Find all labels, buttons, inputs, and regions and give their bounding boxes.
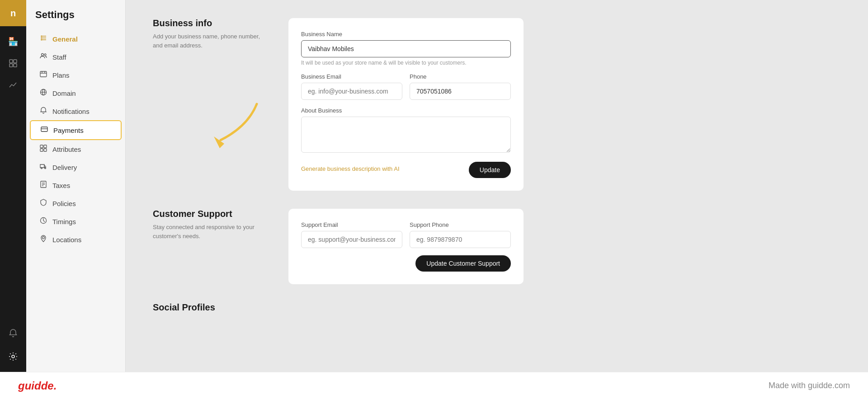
business-info-actions: Generate business description with AI Up…	[301, 162, 511, 178]
business-name-hint: It will be used as your store name & wil…	[301, 60, 511, 66]
icon-nav: n 🏪	[0, 0, 26, 372]
footer: guidde. Made with guidde.com	[0, 372, 868, 399]
email-phone-row: Business Email Phone	[301, 73, 511, 100]
svg-point-11	[42, 54, 44, 56]
sidebar-label-delivery: Delivery	[52, 164, 77, 171]
general-icon	[39, 34, 48, 43]
svg-rect-22	[40, 145, 43, 148]
svg-point-8	[41, 36, 42, 37]
phone-group: Phone	[410, 73, 511, 100]
notifications-nav-icon[interactable]	[0, 322, 26, 344]
sidebar-label-policies: Policies	[52, 200, 76, 207]
business-email-input[interactable]	[301, 83, 402, 100]
payments-icon	[40, 126, 49, 135]
delivery-icon	[39, 163, 48, 172]
sidebar-label-staff: Staff	[52, 53, 66, 61]
sidebar-item-locations[interactable]: Locations	[30, 230, 122, 249]
business-info-section: Business info Add your business name, ph…	[153, 18, 841, 191]
business-info-card: Business Name It will be used as your st…	[288, 18, 524, 191]
plans-icon	[39, 70, 48, 80]
support-phone-input[interactable]	[410, 231, 511, 248]
support-phone-label: Support Phone	[410, 221, 511, 228]
business-info-desc: Add your business name, phone number, an…	[153, 32, 270, 50]
customer-support-section: Customer Support Stay connected and resp…	[153, 209, 841, 284]
svg-point-10	[41, 39, 42, 41]
support-email-label: Support Email	[301, 221, 402, 228]
sidebar: Settings General	[26, 0, 126, 372]
social-profiles-title: Social Profiles	[153, 302, 270, 313]
support-fields-row: Support Email Support Phone	[301, 221, 511, 248]
sidebar-item-payments[interactable]: Payments	[30, 120, 122, 140]
sidebar-label-payments: Payments	[53, 127, 84, 134]
svg-rect-2	[9, 64, 13, 67]
svg-rect-25	[44, 149, 47, 151]
content-area: Business info Add your business name, ph…	[126, 0, 868, 372]
attributes-icon	[39, 145, 48, 154]
sidebar-item-general[interactable]: General	[30, 30, 122, 48]
timings-icon	[39, 217, 48, 226]
svg-rect-0	[9, 60, 13, 63]
sidebar-label-domain: Domain	[52, 89, 76, 97]
svg-point-12	[44, 54, 46, 56]
update-business-button[interactable]: Update	[469, 162, 511, 178]
ai-generate-link[interactable]: Generate business description with AI	[301, 165, 400, 172]
staff-icon	[39, 52, 48, 61]
business-email-group: Business Email	[301, 73, 402, 100]
svg-rect-23	[44, 145, 47, 148]
svg-point-9	[41, 38, 42, 39]
svg-rect-1	[14, 60, 17, 63]
support-email-group: Support Email	[301, 221, 402, 248]
settings-nav-icon[interactable]	[0, 346, 26, 367]
store-nav-icon[interactable]: 🏪	[0, 31, 26, 52]
app-logo[interactable]: n	[0, 0, 26, 26]
sidebar-label-attributes: Attributes	[52, 146, 81, 153]
policies-icon	[39, 199, 48, 208]
social-profiles-section: Social Profiles	[153, 302, 841, 316]
social-profiles-left: Social Profiles	[153, 302, 270, 316]
sidebar-item-delivery[interactable]: Delivery	[30, 158, 122, 176]
support-email-input[interactable]	[301, 231, 402, 248]
sidebar-item-attributes[interactable]: Attributes	[30, 140, 122, 158]
sidebar-title: Settings	[26, 9, 125, 30]
update-customer-support-button[interactable]: Update Customer Support	[415, 255, 511, 272]
svg-point-27	[45, 168, 46, 169]
svg-point-26	[41, 168, 42, 169]
sidebar-label-plans: Plans	[52, 71, 70, 79]
business-name-label: Business Name	[301, 31, 511, 38]
phone-label: Phone	[410, 73, 511, 80]
domain-icon	[39, 89, 48, 98]
business-info-left: Business info Add your business name, ph…	[153, 18, 270, 191]
sidebar-item-policies[interactable]: Policies	[30, 194, 122, 212]
main-content: Business info Add your business name, ph…	[126, 0, 868, 372]
customer-support-left: Customer Support Stay connected and resp…	[153, 209, 270, 284]
customer-support-card: Support Email Support Phone Update Custo…	[288, 209, 524, 284]
about-business-textarea[interactable]	[301, 117, 511, 153]
sidebar-label-taxes: Taxes	[52, 182, 70, 189]
business-name-input[interactable]	[301, 40, 511, 57]
sidebar-item-domain[interactable]: Domain	[30, 84, 122, 102]
analytics-nav-icon[interactable]	[0, 74, 26, 96]
sidebar-item-taxes[interactable]: Taxes	[30, 176, 122, 194]
customer-support-actions: Update Customer Support	[301, 255, 511, 272]
sidebar-label-general: General	[52, 35, 78, 43]
sidebar-label-notifications: Notifications	[52, 108, 90, 115]
sidebar-label-locations: Locations	[52, 236, 81, 244]
customer-support-title: Customer Support	[153, 209, 270, 219]
svg-point-4	[12, 355, 14, 358]
orders-nav-icon[interactable]	[0, 52, 26, 74]
sidebar-item-notifications[interactable]: Notifications	[30, 102, 122, 120]
phone-input[interactable]	[410, 83, 511, 100]
sidebar-item-plans[interactable]: Plans	[30, 66, 122, 84]
business-email-label: Business Email	[301, 73, 402, 80]
business-name-group: Business Name It will be used as your st…	[301, 31, 511, 66]
notifications-icon	[39, 107, 48, 116]
svg-rect-20	[41, 127, 47, 131]
sidebar-item-timings[interactable]: Timings	[30, 212, 122, 230]
sidebar-item-staff[interactable]: Staff	[30, 48, 122, 66]
locations-icon	[39, 235, 48, 244]
about-business-group: About Business	[301, 107, 511, 155]
footer-logo: guidde.	[18, 380, 57, 392]
svg-rect-3	[14, 64, 17, 67]
customer-support-desc: Stay connected and responsive to your cu…	[153, 223, 270, 240]
footer-tagline: Made with guidde.com	[769, 381, 850, 390]
